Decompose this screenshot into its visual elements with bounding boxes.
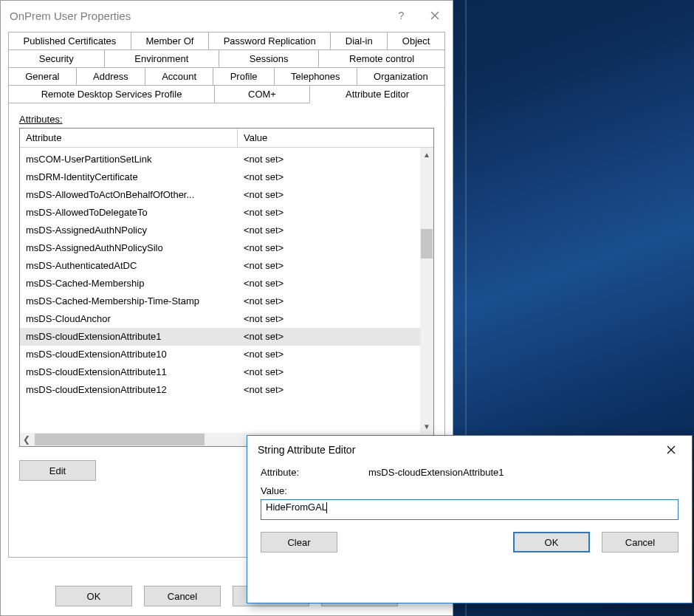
table-row[interactable]: msDS-AllowedToActOnBehalfOfOther...<not … <box>20 186 420 204</box>
close-button[interactable] <box>418 3 451 28</box>
attribute-cell: msCOM-UserPartitionSetLink <box>20 151 238 168</box>
table-row[interactable]: msDRM-IdentityCertificate<not set> <box>20 168 420 186</box>
attribute-cell: msDS-AssignedAuthNPolicySilo <box>20 239 238 257</box>
window-title: OnPrem User Properties <box>10 10 385 22</box>
table-row[interactable]: msDS-AuthenticatedAtDC<not set> <box>20 257 420 275</box>
table-row[interactable]: msDS-AssignedAuthNPolicySilo<not set> <box>20 239 420 257</box>
value-cell: <not set> <box>238 204 420 222</box>
text-caret-icon <box>326 502 327 513</box>
editor-ok-button[interactable]: OK <box>513 532 590 552</box>
editor-cancel-button[interactable]: Cancel <box>602 532 678 552</box>
tab-strip: Published Certificates Member Of Passwor… <box>8 32 445 103</box>
value-cell: <not set> <box>238 363 420 381</box>
tab-sessions[interactable]: Sessions <box>219 49 319 67</box>
tab-com-plus[interactable]: COM+ <box>214 85 310 103</box>
table-row[interactable]: msCOM-UserPartitionSetLink<not set> <box>20 151 420 168</box>
attribute-cell: msDS-cloudExtensionAttribute11 <box>20 363 238 381</box>
attribute-cell: msDS-AssignedAuthNPolicy <box>20 222 238 239</box>
tab-security[interactable]: Security <box>8 49 105 67</box>
hscroll-thumb[interactable] <box>35 434 205 445</box>
vertical-scrollbar[interactable]: ▲ ▼ <box>420 148 433 433</box>
value-cell: <not set> <box>238 346 420 363</box>
table-row[interactable]: msDS-Cached-Membership-Time-Stamp<not se… <box>20 292 420 310</box>
tab-general[interactable]: General <box>8 67 77 85</box>
column-attribute[interactable]: Attribute <box>20 129 238 147</box>
value-cell: <not set> <box>238 151 420 168</box>
tab-environment[interactable]: Environment <box>104 49 220 67</box>
table-row[interactable]: msDS-AssignedAuthNPolicy<not set> <box>20 222 420 239</box>
value-cell: <not set> <box>238 310 420 328</box>
value-input[interactable]: HideFromGAL <box>261 499 678 520</box>
attribute-cell: msDRM-IdentityCertificate <box>20 168 238 186</box>
scroll-down-icon[interactable]: ▼ <box>420 420 433 433</box>
help-icon: ? <box>399 10 405 21</box>
tab-profile[interactable]: Profile <box>213 67 274 85</box>
scroll-thumb[interactable] <box>421 229 433 259</box>
listview-header[interactable]: Attribute Value <box>20 129 433 148</box>
value-cell: <not set> <box>238 168 420 186</box>
tab-telephones[interactable]: Telephones <box>274 67 357 85</box>
tab-published-certificates[interactable]: Published Certificates <box>8 32 131 49</box>
tab-member-of[interactable]: Member Of <box>131 32 209 49</box>
value-cell: <not set> <box>238 292 420 310</box>
table-row[interactable]: msDS-Cached-Membership<not set> <box>20 275 420 292</box>
cancel-button[interactable]: Cancel <box>144 586 221 606</box>
tab-password-replication[interactable]: Password Replication <box>208 32 331 49</box>
attribute-cell: msDS-cloudExtensionAttribute12 <box>20 381 238 399</box>
value-cell: <not set> <box>238 186 420 204</box>
tab-dial-in[interactable]: Dial-in <box>330 32 388 49</box>
table-row[interactable]: msDS-cloudExtensionAttribute10<not set> <box>20 346 420 363</box>
tab-address[interactable]: Address <box>76 67 145 85</box>
value-cell: <not set> <box>238 239 420 257</box>
attribute-cell: msDS-CloudAnchor <box>20 310 238 328</box>
table-row[interactable]: msDS-CloudAnchor<not set> <box>20 310 420 328</box>
attribute-cell: msDS-AllowedToDelegateTo <box>20 204 238 222</box>
editor-close-button[interactable] <box>655 439 687 461</box>
tab-account[interactable]: Account <box>145 67 213 85</box>
tab-attribute-editor[interactable]: Attribute Editor <box>309 85 445 103</box>
close-icon <box>430 11 439 20</box>
table-row[interactable]: msDS-cloudExtensionAttribute11<not set> <box>20 363 420 381</box>
scroll-up-icon[interactable]: ▲ <box>420 148 433 161</box>
scroll-left-icon[interactable]: ❮ <box>20 433 33 446</box>
edit-button[interactable]: Edit <box>19 460 96 481</box>
value-cell: <not set> <box>238 257 420 275</box>
attribute-cell: msDS-AuthenticatedAtDC <box>20 257 238 275</box>
attributes-listview[interactable]: Attribute Value msCOM-UserPartitionSetLi… <box>19 128 434 447</box>
editor-window-title: String Attribute Editor <box>258 444 655 456</box>
table-row[interactable]: msDS-AllowedToDelegateTo<not set> <box>20 204 420 222</box>
ok-button[interactable]: OK <box>55 586 132 606</box>
attribute-cell: msDS-cloudExtensionAttribute10 <box>20 346 238 363</box>
attribute-cell: msDS-AllowedToActOnBehalfOfOther... <box>20 186 238 204</box>
value-input-text: HideFromGAL <box>266 502 327 513</box>
value-cell: <not set> <box>238 275 420 292</box>
editor-titlebar[interactable]: String Attribute Editor <box>247 436 692 464</box>
tab-organization[interactable]: Organization <box>357 67 445 85</box>
titlebar[interactable]: OnPrem User Properties ? <box>1 1 453 30</box>
value-cell: <not set> <box>238 328 420 346</box>
value-label: Value: <box>261 485 678 496</box>
attribute-name: msDS-cloudExtensionAttribute1 <box>368 467 504 478</box>
column-value[interactable]: Value <box>238 129 433 147</box>
string-attribute-editor-dialog: String Attribute Editor Attribute: msDS-… <box>247 435 693 603</box>
table-row[interactable]: msDS-cloudExtensionAttribute12<not set> <box>20 381 420 399</box>
attribute-cell: msDS-cloudExtensionAttribute1 <box>20 328 238 346</box>
clear-button[interactable]: Clear <box>261 532 337 552</box>
help-button[interactable]: ? <box>385 3 418 28</box>
tab-rds-profile[interactable]: Remote Desktop Services Profile <box>8 85 215 103</box>
attribute-cell: msDS-Cached-Membership <box>20 275 238 292</box>
value-cell: <not set> <box>238 381 420 399</box>
attributes-label: Attributes: <box>19 114 63 125</box>
close-icon <box>667 445 676 454</box>
attribute-label: Attribute: <box>261 467 364 478</box>
tab-remote-control[interactable]: Remote control <box>318 49 445 67</box>
value-cell: <not set> <box>238 222 420 239</box>
table-row[interactable]: msDS-cloudExtensionAttribute1<not set> <box>20 328 420 346</box>
attribute-cell: msDS-Cached-Membership-Time-Stamp <box>20 292 238 310</box>
tab-object[interactable]: Object <box>387 32 445 49</box>
